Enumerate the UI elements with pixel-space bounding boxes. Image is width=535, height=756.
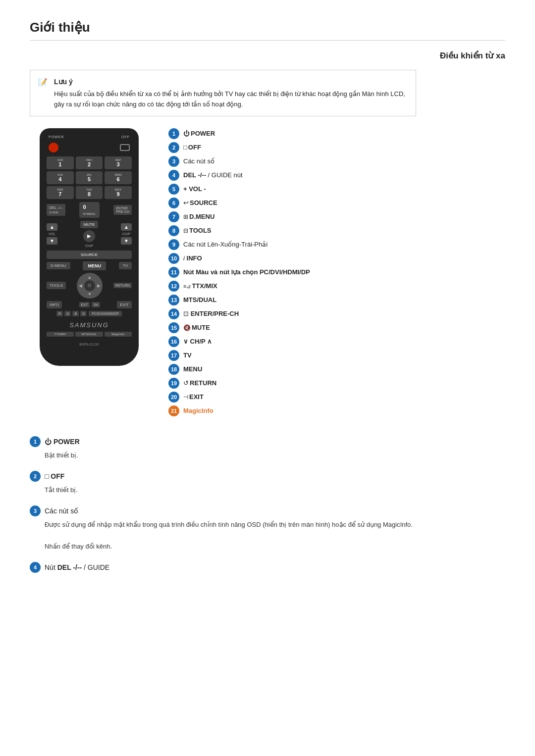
btn-prech[interactable]: ENTERPRE-CH: [113, 205, 132, 215]
nav-center[interactable]: ▶: [83, 230, 95, 242]
return-btn[interactable]: RETURN: [113, 283, 132, 288]
legend-text-18: MENU: [183, 365, 202, 373]
btn-8[interactable]: TUV8: [76, 186, 103, 199]
desc-title-2: □ OFF: [45, 472, 64, 480]
btn-2[interactable]: ABC2: [76, 156, 103, 169]
legend-text-14: ⊡ ENTER/PRE-CH: [183, 310, 239, 317]
legend-num-13: 13: [168, 295, 179, 305]
nav-up-arrow[interactable]: ▲: [87, 275, 92, 280]
legend-text-17: TV: [183, 352, 192, 359]
btn-rgb3[interactable]: B: [72, 311, 79, 316]
legend-item-18: 18 MENU: [168, 364, 505, 375]
desc-header-2: 2 □ OFF: [30, 471, 505, 482]
main-content: POWER OFF GHI1 ABC2 DEF3 GHI4 JKL5 MNO6 …: [30, 128, 505, 416]
btn-del[interactable]: DEL -/--GUIDE: [47, 204, 65, 216]
off-button-remote[interactable]: [120, 144, 130, 151]
desc-header-1: 1 ⏻ POWER: [30, 436, 505, 447]
info-btn[interactable]: INFO: [47, 301, 62, 308]
desc-body-3: Được sử dụng để nhập mật khẩu trong quá …: [30, 519, 505, 552]
legend-text-12: TTX/MIX: [183, 282, 217, 290]
legend-text-15: MUTE: [183, 324, 210, 331]
btn-rgb4[interactable]: D: [80, 311, 87, 316]
ch-label: CH/P: [122, 232, 131, 236]
zero-row: DEL -/--GUIDE 0SYMBOL ENTERPRE-CH: [47, 202, 132, 218]
btn-5[interactable]: JKL5: [76, 171, 103, 184]
desc-item-4: 4 Nút DEL -/-- / GUIDE: [30, 562, 505, 573]
btn-magicinfo[interactable]: MagicInfo: [105, 332, 132, 337]
nav-down-arrow[interactable]: ▼: [87, 292, 92, 297]
btn-rgb1[interactable]: R: [56, 311, 63, 316]
ch-up[interactable]: ▲: [121, 223, 132, 231]
note-box: 📝 Lưu ý Hiệu suất của bộ điều khiển từ x…: [30, 70, 416, 116]
ch-down[interactable]: ▼: [121, 237, 132, 245]
dmenu-tv-row: D.MENU MENU TV: [47, 261, 132, 270]
vol-ch-area: ▲ VOL ▼ MUTE ▶ CH/P ▲ CH/P ▼: [47, 221, 132, 248]
remote-container: POWER OFF GHI1 ABC2 DEF3 GHI4 JKL5 MNO6 …: [30, 128, 149, 416]
legend-text-7: D.MENU: [183, 213, 214, 220]
legend-num-4: 4: [168, 170, 179, 181]
legend-num-17: 17: [168, 350, 179, 361]
btn-s4[interactable]: S4: [92, 302, 100, 307]
model-number: BN59-01130: [79, 343, 99, 346]
legend-num-10: 10: [168, 253, 179, 264]
menu-btn[interactable]: MENU: [83, 261, 106, 270]
legend-item-4: 4 DEL -/-- / GUIDE nút: [168, 170, 505, 181]
legend-item-10: 10 i INFO: [168, 253, 505, 264]
tools-btn[interactable]: TOOLS: [47, 282, 66, 289]
power-button-remote[interactable]: [49, 143, 58, 152]
legend-num-1: 1: [168, 128, 179, 139]
remote-body: POWER OFF GHI1 ABC2 DEF3 GHI4 JKL5 MNO6 …: [40, 128, 139, 366]
desc-num-3: 3: [30, 505, 41, 516]
legend-text-6: SOURCE: [183, 199, 217, 206]
legend-item-9: 9 Các nút Lên-Xuống-Trái-Phải: [168, 239, 505, 250]
btn-4[interactable]: GHI4: [47, 171, 74, 184]
btn-ext1[interactable]: EXT: [79, 302, 90, 307]
mute-btn[interactable]: MUTE: [80, 221, 99, 228]
btn-ttx[interactable]: TTX/MIX: [47, 332, 74, 337]
page-title: Giới thiệu: [30, 20, 505, 41]
source-btn[interactable]: SOURCE: [47, 251, 132, 259]
tv-btn[interactable]: TV: [119, 262, 132, 269]
legend-text-10: i INFO: [183, 254, 202, 262]
btn-hdmi[interactable]: PC/DVI/HDMI/DP: [89, 311, 122, 316]
desc-title-4: Nút DEL -/-- / GUIDE: [45, 563, 109, 571]
legend-item-6: 6 SOURCE: [168, 198, 505, 208]
btn-7[interactable]: PRS7: [47, 186, 74, 199]
desc-item-2: 2 □ OFF Tắt thiết bị.: [30, 471, 505, 496]
btn-0[interactable]: 0SYMBOL: [79, 202, 100, 218]
tools-nav-area: TOOLS ▲ ▼ ◀ ▶ ⊡ RETURN: [47, 273, 132, 299]
vol-block: ▲ VOL ▼: [47, 223, 57, 245]
nav-left-arrow[interactable]: ◀: [79, 283, 82, 288]
info-exit-row: INFO EXT S4 EXIT: [47, 301, 132, 308]
dmenu-btn[interactable]: D.MENU: [47, 262, 70, 269]
legend-num-21: 21: [168, 405, 179, 416]
desc-header-3: 3 Các nút số: [30, 505, 505, 516]
legend-item-20: 20 EXIT: [168, 392, 505, 403]
btn-mtsdual[interactable]: MTS/DUAL: [75, 332, 103, 337]
btn-rgb2[interactable]: G: [64, 311, 71, 316]
legend-list: 1 POWER 2 OFF 3 Các nút số 4 DEL -/-- / …: [168, 128, 505, 416]
legend-num-6: 6: [168, 198, 179, 208]
desc-item-1: 1 ⏻ POWER Bật thiết bị.: [30, 436, 505, 461]
nav-enter-btn[interactable]: ⊡: [84, 280, 95, 291]
btn-9[interactable]: WXY9: [105, 186, 132, 199]
legend-num-2: 2: [168, 142, 179, 153]
legend-num-20: 20: [168, 392, 179, 403]
numpad: GHI1 ABC2 DEF3 GHI4 JKL5 MNO6 PRS7 TUV8 …: [47, 156, 132, 199]
legend-text-21: MagicInfo: [183, 407, 214, 414]
btn-1[interactable]: GHI1: [47, 156, 74, 169]
exit-btn[interactable]: EXIT: [117, 301, 132, 308]
btn-6[interactable]: MNO6: [105, 171, 132, 184]
vol-down[interactable]: ▼: [47, 237, 57, 245]
legend-item-15: 15 MUTE: [168, 322, 505, 333]
btn-3[interactable]: DEF3: [105, 156, 132, 169]
desc-title-1: ⏻ POWER: [45, 438, 80, 446]
legend-text-11: Nút Màu và nút lựa chọn PC/DVI/HDMI/DP: [183, 268, 310, 276]
nav-right-arrow[interactable]: ▶: [97, 283, 101, 288]
bottom-small-row: TTX/MIX MTS/DUAL MagicInfo: [47, 332, 132, 337]
vol-up[interactable]: ▲: [47, 223, 57, 231]
legend-item-13: 13 MTS/DUAL: [168, 295, 505, 305]
legend-num-5: 5: [168, 184, 179, 195]
desc-item-3: 3 Các nút số Được sử dụng để nhập mật kh…: [30, 505, 505, 552]
legend-text-8: TOOLS: [183, 227, 212, 234]
